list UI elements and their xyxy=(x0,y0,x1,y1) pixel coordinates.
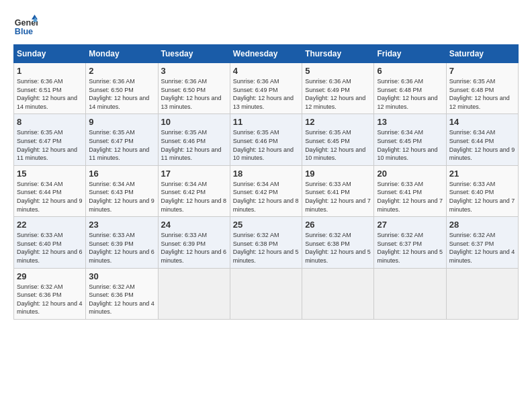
calendar-cell: 20Sunrise: 6:33 AMSunset: 6:41 PMDayligh… xyxy=(374,165,446,216)
calendar-cell xyxy=(446,268,518,319)
calendar-cell: 16Sunrise: 6:34 AMSunset: 6:43 PMDayligh… xyxy=(86,165,158,216)
calendar-week-5: 29Sunrise: 6:32 AMSunset: 6:36 PMDayligh… xyxy=(14,268,519,319)
calendar-cell: 11Sunrise: 6:35 AMSunset: 6:46 PMDayligh… xyxy=(230,114,302,165)
calendar-cell: 26Sunrise: 6:32 AMSunset: 6:38 PMDayligh… xyxy=(302,217,374,268)
calendar-cell: 10Sunrise: 6:35 AMSunset: 6:46 PMDayligh… xyxy=(158,114,230,165)
calendar-cell: 21Sunrise: 6:33 AMSunset: 6:40 PMDayligh… xyxy=(446,165,518,216)
calendar-cell: 7Sunrise: 6:35 AMSunset: 6:48 PMDaylight… xyxy=(446,63,518,114)
calendar-cell: 29Sunrise: 6:32 AMSunset: 6:36 PMDayligh… xyxy=(14,268,86,319)
calendar-week-2: 8Sunrise: 6:35 AMSunset: 6:47 PMDaylight… xyxy=(14,114,519,165)
col-saturday: Saturday xyxy=(446,45,518,63)
calendar-cell: 12Sunrise: 6:35 AMSunset: 6:45 PMDayligh… xyxy=(302,114,374,165)
calendar-cell: 2Sunrise: 6:36 AMSunset: 6:50 PMDaylight… xyxy=(86,63,158,114)
col-tuesday: Tuesday xyxy=(158,45,230,63)
calendar-cell: 28Sunrise: 6:32 AMSunset: 6:37 PMDayligh… xyxy=(446,217,518,268)
calendar-cell: 27Sunrise: 6:32 AMSunset: 6:37 PMDayligh… xyxy=(374,217,446,268)
col-friday: Friday xyxy=(374,45,446,63)
calendar-cell: 3Sunrise: 6:36 AMSunset: 6:50 PMDaylight… xyxy=(158,63,230,114)
calendar-cell xyxy=(158,268,230,319)
calendar-cell: 30Sunrise: 6:32 AMSunset: 6:36 PMDayligh… xyxy=(86,268,158,319)
calendar-cell: 13Sunrise: 6:34 AMSunset: 6:45 PMDayligh… xyxy=(374,114,446,165)
calendar-cell: 23Sunrise: 6:33 AMSunset: 6:39 PMDayligh… xyxy=(86,217,158,268)
calendar-table: Sunday Monday Tuesday Wednesday Thursday… xyxy=(13,44,519,320)
calendar-cell: 19Sunrise: 6:33 AMSunset: 6:41 PMDayligh… xyxy=(302,165,374,216)
calendar-cell: 24Sunrise: 6:33 AMSunset: 6:39 PMDayligh… xyxy=(158,217,230,268)
calendar-cell: 1Sunrise: 6:36 AMSunset: 6:51 PMDaylight… xyxy=(14,63,86,114)
col-thursday: Thursday xyxy=(302,45,374,63)
calendar-cell xyxy=(374,268,446,319)
calendar-week-3: 15Sunrise: 6:34 AMSunset: 6:44 PMDayligh… xyxy=(14,165,519,216)
calendar-cell: 17Sunrise: 6:34 AMSunset: 6:42 PMDayligh… xyxy=(158,165,230,216)
col-monday: Monday xyxy=(86,45,158,63)
col-wednesday: Wednesday xyxy=(230,45,302,63)
calendar-week-1: 1Sunrise: 6:36 AMSunset: 6:51 PMDaylight… xyxy=(14,63,519,114)
calendar-cell: 22Sunrise: 6:33 AMSunset: 6:40 PMDayligh… xyxy=(14,217,86,268)
logo: General Blue xyxy=(13,13,38,38)
col-sunday: Sunday xyxy=(14,45,86,63)
page-header: General Blue xyxy=(13,13,519,38)
svg-text:Blue: Blue xyxy=(15,27,33,36)
calendar-cell: 14Sunrise: 6:34 AMSunset: 6:44 PMDayligh… xyxy=(446,114,518,165)
calendar-cell: 4Sunrise: 6:36 AMSunset: 6:49 PMDaylight… xyxy=(230,63,302,114)
calendar-cell: 6Sunrise: 6:36 AMSunset: 6:48 PMDaylight… xyxy=(374,63,446,114)
calendar-cell: 18Sunrise: 6:34 AMSunset: 6:42 PMDayligh… xyxy=(230,165,302,216)
calendar-cell: 15Sunrise: 6:34 AMSunset: 6:44 PMDayligh… xyxy=(14,165,86,216)
calendar-cell: 8Sunrise: 6:35 AMSunset: 6:47 PMDaylight… xyxy=(14,114,86,165)
calendar-week-4: 22Sunrise: 6:33 AMSunset: 6:40 PMDayligh… xyxy=(14,217,519,268)
calendar-cell: 25Sunrise: 6:32 AMSunset: 6:38 PMDayligh… xyxy=(230,217,302,268)
calendar-cell xyxy=(230,268,302,319)
calendar-header-row: Sunday Monday Tuesday Wednesday Thursday… xyxy=(14,45,519,63)
calendar-cell: 9Sunrise: 6:35 AMSunset: 6:47 PMDaylight… xyxy=(86,114,158,165)
calendar-cell: 5Sunrise: 6:36 AMSunset: 6:49 PMDaylight… xyxy=(302,63,374,114)
logo-icon: General Blue xyxy=(13,13,38,38)
calendar-cell xyxy=(302,268,374,319)
